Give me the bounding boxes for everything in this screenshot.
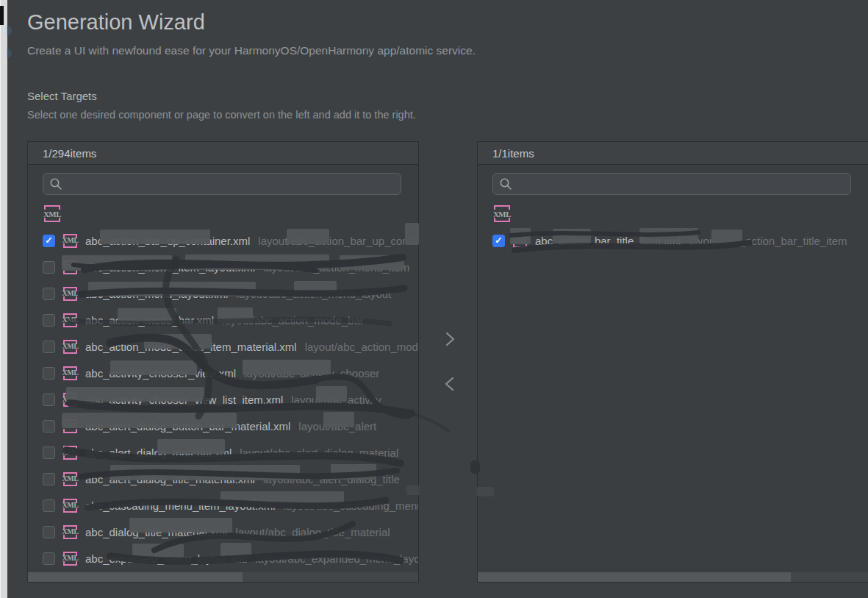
row-checkbox[interactable]: ✓: [43, 446, 55, 459]
file-name: abc_action_menu_layout.xml: [85, 288, 228, 300]
row-checkbox[interactable]: ✓: [43, 394, 55, 406]
row-checkbox[interactable]: ✓: [43, 288, 55, 300]
file-name: abc_action_menu_item_layout.xml: [85, 261, 255, 274]
xml-file-icon: XML: [62, 446, 79, 460]
list-item[interactable]: ✓ XML abc_dialog_title_material.xml layo…: [28, 519, 418, 545]
list-item[interactable]: ✓ XML abc_alert_dialog_material.xml layo…: [28, 439, 418, 466]
file-path: layout/abc_action_mode_bar: [222, 314, 364, 327]
row-checkbox[interactable]: ✓: [43, 314, 55, 327]
file-path: layout/abc_alert_dialog_title: [263, 473, 400, 485]
list-item[interactable]: ✓ XML abc_activity_chooser_view.xml layo…: [28, 360, 418, 386]
file-path: layout/abc_action_mode_close: [305, 341, 418, 353]
list-item[interactable]: ✓ XML abc_expanded_menu_layout.xml layou…: [28, 545, 418, 572]
row-checkbox[interactable]: ✓: [43, 552, 55, 565]
file-path: layout/abc_action_menu_layout: [236, 288, 391, 300]
source-horizontal-scrollbar: [28, 572, 418, 582]
xml-file-icon: XML: [62, 499, 79, 513]
file-path: layout/abc_cascading_menu: [283, 499, 418, 512]
checkmark-icon: ✓: [495, 236, 502, 246]
xml-file-icon: XML: [62, 234, 79, 248]
file-path: layout/abc_action_bar_up_container: [258, 235, 418, 247]
file-name: abc_dialog_title_material.xml: [85, 526, 227, 538]
xml-file-icon: XML: [62, 287, 79, 301]
section-description: Select one desired component or page to …: [27, 109, 416, 121]
source-panel-body: XML ✓ XML abc_action_bar_up_container.xm…: [28, 165, 418, 582]
file-path: layout/abc_action_menu_item: [263, 261, 409, 274]
target-search-box: [492, 173, 851, 195]
row-checkbox[interactable]: ✓: [43, 367, 55, 380]
target-count-label: 1/1items: [478, 142, 868, 165]
file-path: layout/abc_activity_chooser: [244, 367, 379, 380]
source-search-box: [43, 173, 401, 195]
row-checkbox[interactable]: ✓: [43, 473, 55, 485]
list-item[interactable]: ✓ XML abc_action_menu_layout.xml layout/…: [28, 280, 418, 307]
list-item[interactable]: ✓ XML abc_action_menu_item_layout.xml la…: [28, 254, 418, 280]
page-subtitle: Create a UI with newfound ease for your …: [27, 44, 476, 57]
list-item[interactable]: ✓ XML abc_action_mode_bar.xml layout/abc…: [28, 307, 418, 333]
xml-file-icon: XML: [62, 525, 79, 539]
row-checkbox[interactable]: ✓: [492, 235, 505, 247]
file-name: abc_expanded_menu_layout.xml: [85, 552, 247, 565]
file-name: abc_alert_dialog_title_material.xml: [85, 473, 255, 485]
xml-file-icon: XML: [62, 340, 79, 354]
list-item[interactable]: ✓ XML abc_activity_chooser_view_list_ite…: [28, 386, 418, 413]
file-path: layout/abc_activity: [291, 394, 381, 406]
section-title: Select Targets: [27, 90, 97, 102]
file-name: abc_cascading_menu_item_layout.xml: [85, 499, 275, 512]
source-list-panel: 1/294items XML ✓ XML abc_action_bar_up_c…: [27, 141, 419, 583]
file-name: abc_activity_chooser_view.xml: [85, 367, 236, 380]
file-name: abc_action_mode_close_item_material.xml: [85, 341, 297, 353]
row-checkbox[interactable]: ✓: [43, 420, 55, 433]
xml-filetype-icon: XML: [492, 205, 512, 222]
file-path: layout/abc_alert: [298, 420, 376, 433]
scrollbar-thumb[interactable]: [478, 572, 791, 582]
target-panel-body: XML ✓ XML abc_action_bar_title_item.xml …: [478, 165, 868, 582]
background-window-notch: [0, 6, 4, 25]
list-item[interactable]: ✓ XML abc_action_bar_up_container.xml la…: [28, 227, 418, 254]
xml-file-icon: XML: [62, 419, 79, 433]
list-item[interactable]: ✓ XML abc_alert_dialog_button_bar_materi…: [28, 413, 418, 439]
xml-file-icon: XML: [62, 366, 79, 380]
file-name: abc_activity_chooser_view_list_item.xml: [85, 394, 283, 406]
xml-file-icon: XML: [62, 552, 79, 566]
row-checkbox[interactable]: ✓: [43, 235, 55, 247]
row-checkbox[interactable]: ✓: [43, 526, 55, 538]
target-file-list: ✓ XML abc_action_bar_title_item.xml layo…: [478, 227, 868, 254]
xml-file-icon: XML: [512, 234, 528, 248]
file-name: abc_action_bar_title_item.xml: [535, 235, 681, 247]
xml-file-icon: XML: [62, 472, 79, 486]
file-name: abc_action_bar_up_container.xml: [85, 235, 250, 247]
row-checkbox[interactable]: ✓: [43, 261, 55, 274]
xml-filetype-icon: XML: [43, 205, 62, 222]
target-horizontal-scrollbar: [478, 572, 868, 582]
list-item[interactable]: ✓ XML abc_alert_dialog_title_material.xm…: [28, 466, 418, 492]
checkmark-icon: ✓: [45, 236, 52, 246]
row-checkbox[interactable]: ✓: [43, 341, 55, 353]
row-checkbox[interactable]: ✓: [43, 499, 55, 512]
target-search-input[interactable]: [517, 177, 844, 191]
search-icon: [49, 177, 62, 191]
xml-file-icon: XML: [62, 393, 79, 407]
page-title: Generation Wizard: [27, 10, 205, 35]
list-item[interactable]: ✓ XML abc_action_bar_title_item.xml layo…: [478, 227, 868, 254]
chevron-left-icon: [439, 373, 461, 395]
source-count-label: 1/294items: [28, 142, 418, 165]
xml-file-icon: XML: [62, 260, 79, 274]
file-path: layout/abc_expanded_menu_layout: [255, 552, 418, 565]
generation-wizard-dialog: Generation Wizard Create a UI with newfo…: [0, 0, 868, 598]
move-right-button[interactable]: [439, 328, 461, 350]
list-item[interactable]: ✓ XML abc_cascading_menu_item_layout.xml…: [28, 492, 418, 519]
file-name: abc_alert_dialog_button_bar_material.xml: [85, 420, 290, 433]
file-name: abc_action_mode_bar.xml: [85, 314, 214, 327]
chevron-right-icon: [439, 328, 461, 350]
move-left-button[interactable]: [439, 373, 461, 395]
background-icon-remnant: [7, 26, 12, 35]
search-icon: [499, 177, 512, 191]
background-icon-remnant: [7, 49, 12, 58]
scrollbar-thumb[interactable]: [28, 572, 243, 582]
file-path: layout/abc_action_bar_title_item: [689, 235, 847, 247]
source-search-input[interactable]: [67, 177, 395, 191]
xml-file-icon: XML: [62, 313, 79, 327]
list-item[interactable]: ✓ XML abc_action_mode_close_item_materia…: [28, 333, 418, 360]
file-path: layout/abc_dialog_title_material: [235, 526, 390, 538]
